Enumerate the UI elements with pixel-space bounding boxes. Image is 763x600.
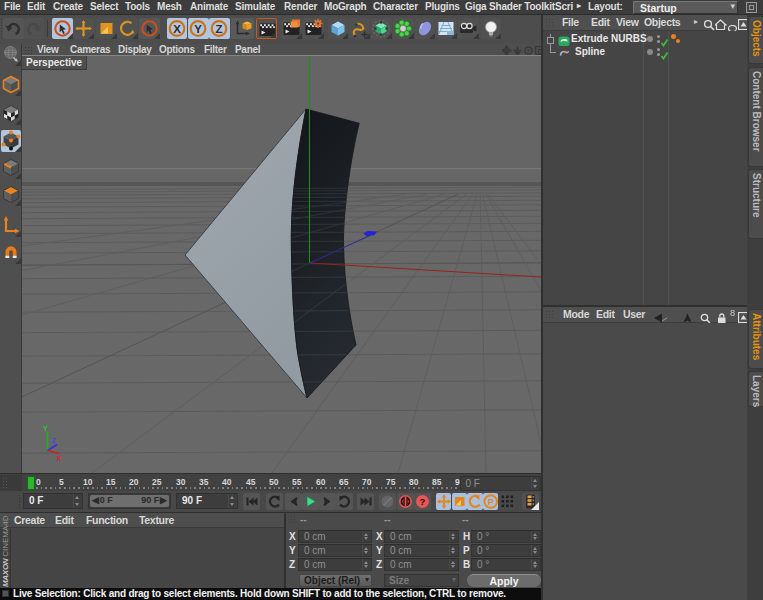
svg-text:Z: Z [52, 437, 57, 444]
svg-text:X: X [57, 455, 62, 462]
svg-text:P: P [487, 497, 493, 507]
svg-text:Y: Y [43, 425, 48, 432]
svg-text:Y: Y [194, 23, 202, 35]
svg-text:Z: Z [215, 23, 222, 35]
svg-text:?: ? [419, 496, 425, 507]
svg-text:X: X [173, 23, 181, 35]
